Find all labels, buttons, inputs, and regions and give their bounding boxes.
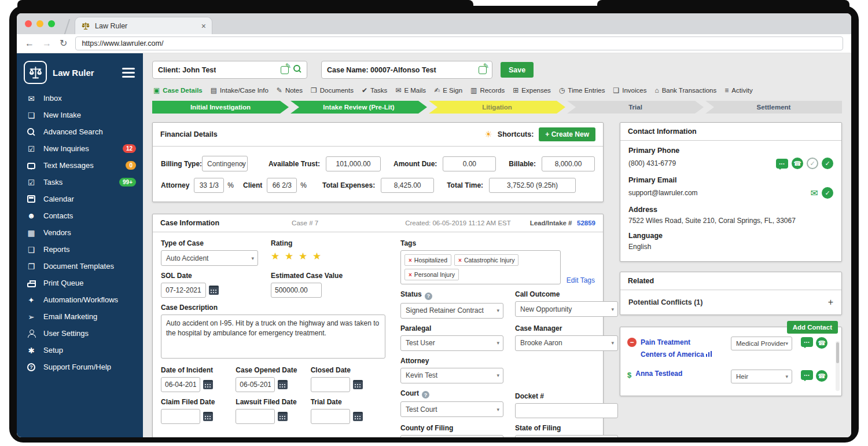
tab-activity[interactable]: ≡Activity	[724, 86, 752, 94]
browser-tab[interactable]: Law Ruler ×	[75, 17, 212, 34]
closed-date-input[interactable]	[311, 377, 350, 392]
zoom-window-button[interactable]	[48, 20, 55, 27]
remove-tag-icon[interactable]: ×	[458, 257, 462, 264]
edit-case-name-icon[interactable]	[479, 66, 487, 74]
date-of-incident-input[interactable]	[161, 377, 200, 392]
court-select[interactable]: Test Court	[400, 401, 503, 417]
case-name-field[interactable]: Case Name: 00007-Alfonso Test	[321, 61, 492, 79]
call-outcome-select[interactable]: New Opportunity	[515, 301, 618, 317]
sidebar-item-reports[interactable]: ❑Reports	[17, 241, 143, 258]
total-time-input[interactable]	[489, 178, 576, 193]
sidebar-item-setup[interactable]: ✱Setup	[17, 342, 143, 359]
attorney-pct-input[interactable]	[194, 178, 224, 193]
sms-icon[interactable]	[776, 159, 788, 169]
stage-trial[interactable]: Trial	[567, 101, 704, 114]
trial-date-input[interactable]	[311, 409, 350, 424]
expand-plus-icon[interactable]: +	[828, 297, 833, 308]
claim-filed-date-input[interactable]	[161, 409, 200, 424]
tab-e-mails[interactable]: ✉E Mails	[395, 86, 426, 94]
lawsuit-filed-date-input[interactable]	[236, 409, 275, 424]
sidebar-item-text-messages[interactable]: Text Messages0	[17, 157, 143, 174]
billable-input[interactable]	[542, 156, 595, 171]
sidebar-item-automation-workflows[interactable]: ✦Automation/Workflows	[17, 291, 143, 308]
edit-client-icon[interactable]	[281, 66, 289, 74]
sidebar-item-print-queue[interactable]: Print Queue	[17, 275, 143, 291]
menu-toggle-icon[interactable]	[122, 68, 135, 78]
stage-litigation[interactable]: Litigation	[429, 101, 565, 114]
calendar-icon[interactable]	[203, 412, 213, 421]
calendar-icon[interactable]	[209, 286, 219, 295]
sidebar-item-user-settings[interactable]: User Settings	[17, 325, 143, 342]
client-search-icon[interactable]	[293, 65, 301, 75]
contact-name-link[interactable]: Pain Treatment Centers of America	[641, 337, 718, 361]
tab-e-sign[interactable]: ✍E Sign	[434, 86, 462, 94]
case-description-textarea[interactable]: Auto accident on I-95. Hit by a truck on…	[161, 315, 385, 359]
tab-invoices[interactable]: ❑Invoices	[613, 86, 646, 94]
estimated-case-value-input[interactable]	[271, 283, 322, 298]
remove-contact-icon[interactable]: −	[627, 338, 637, 347]
phone-icon[interactable]: ☎	[792, 158, 803, 169]
url-bar[interactable]: https://www.lawruler.com/	[75, 36, 843, 50]
create-new-button[interactable]: + Create New	[539, 127, 595, 141]
phone-icon[interactable]: ☎	[816, 337, 827, 349]
tab-notes[interactable]: ✎Notes	[277, 86, 303, 94]
tab-intake-case-info[interactable]: ▤Intake/Case Info	[211, 86, 269, 94]
forward-button[interactable]: →	[42, 39, 52, 48]
tab-tasks[interactable]: ✔Tasks	[362, 86, 387, 94]
calendar-icon[interactable]	[203, 380, 213, 389]
paralegal-select[interactable]: Test User	[400, 335, 503, 351]
sidebar-item-advanced-search[interactable]: Advanced Search	[17, 123, 143, 140]
tag-chip[interactable]: ×Catastrophic Injury	[454, 254, 518, 266]
total-expenses-input[interactable]	[381, 178, 434, 193]
tab-case-details[interactable]: ▣Case Details	[153, 86, 203, 94]
billing-type-select[interactable]: Contingency	[202, 156, 248, 171]
reload-button[interactable]: ↻	[60, 39, 67, 48]
sidebar-item-vendors[interactable]: ▦Vendors	[17, 224, 143, 241]
minimize-window-button[interactable]	[36, 20, 43, 27]
sol-date-input[interactable]	[161, 283, 206, 298]
sidebar-item-inbox[interactable]: ✉Inbox	[17, 90, 143, 107]
tab-time-entries[interactable]: ◷Time Entries	[559, 86, 605, 94]
contact-role-select[interactable]: Heir	[731, 370, 792, 383]
email-check-icon[interactable]: ✓	[822, 187, 833, 199]
tab-expenses[interactable]: ⊞Expenses	[513, 86, 551, 94]
edit-tags-link[interactable]: Edit Tags	[567, 276, 595, 284]
calendar-icon[interactable]	[353, 412, 363, 421]
sidebar-item-new-intake[interactable]: ❏New Intake	[17, 107, 143, 123]
state-of-filing-select[interactable]: Florida	[515, 435, 618, 438]
sidebar-item-contacts[interactable]: ☻Contacts	[17, 207, 143, 224]
court-help-icon[interactable]: ?	[422, 391, 429, 399]
tab-documents[interactable]: ❒Documents	[311, 86, 354, 94]
sidebar-item-new-inquiries[interactable]: ☑New Inquiries12	[17, 140, 143, 157]
status-help-icon[interactable]: ?	[425, 293, 432, 300]
scrollbar[interactable]	[836, 341, 840, 391]
stage-intake-review[interactable]: Intake Review (Pre-Lit)	[290, 101, 427, 114]
close-window-button[interactable]	[25, 20, 32, 27]
case-manager-select[interactable]: Brooke Aaron	[515, 335, 618, 351]
calendar-icon[interactable]	[278, 412, 288, 421]
tag-chip[interactable]: ×Personal Injury	[404, 269, 459, 280]
sidebar-item-tasks[interactable]: ☑Tasks99+	[17, 174, 143, 191]
sidebar-item-support[interactable]: ?Support Forum/Help	[17, 359, 143, 375]
contact-name-link[interactable]: Anna Testlead	[635, 370, 713, 379]
check-circle-outline-icon[interactable]: ✓	[807, 158, 818, 169]
sidebar-item-document-templates[interactable]: ❐Document Templates	[17, 258, 143, 275]
client-pct-input[interactable]	[267, 178, 297, 193]
calendar-icon[interactable]	[353, 380, 363, 389]
county-of-filing-input[interactable]	[400, 435, 503, 438]
lead-intake-number-link[interactable]: 52859	[577, 220, 595, 226]
status-select[interactable]: Signed Retainer Contract	[400, 303, 503, 319]
tag-chip[interactable]: ×Hospitalized	[404, 254, 451, 266]
amount-due-input[interactable]	[443, 156, 496, 171]
contact-role-select[interactable]: Medical Provider	[731, 337, 792, 350]
save-button[interactable]: Save	[501, 62, 534, 78]
remove-tag-icon[interactable]: ×	[409, 257, 412, 264]
client-field[interactable]: Client: John Test	[152, 61, 307, 79]
sidebar-item-email-marketing[interactable]: ➢Email Marketing	[17, 308, 143, 325]
rating-stars[interactable]: ★ ★ ★ ★	[271, 250, 322, 262]
phone-icon[interactable]: ☎	[816, 370, 827, 382]
docket-input[interactable]	[515, 403, 618, 418]
tab-close-icon[interactable]: ×	[201, 21, 206, 31]
back-button[interactable]: ←	[25, 39, 34, 48]
case-opened-date-input[interactable]	[236, 377, 275, 392]
